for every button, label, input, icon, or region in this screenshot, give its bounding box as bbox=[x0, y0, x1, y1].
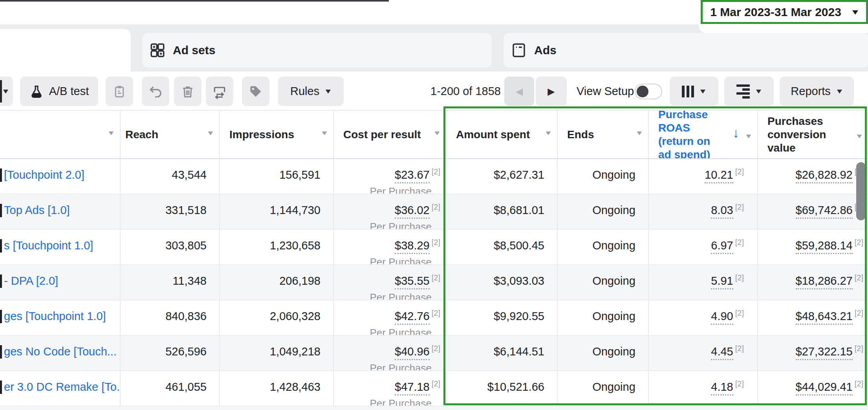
header-name[interactable]: ▼ bbox=[0, 111, 121, 158]
cost-note: Per Purchase bbox=[334, 185, 446, 194]
conversion-value[interactable]: $27,322.15 bbox=[796, 345, 853, 360]
chevron-down-icon[interactable]: ▼ bbox=[320, 130, 328, 137]
header-amount-spent[interactable]: Amount spent ▼ bbox=[447, 111, 558, 158]
roas-cell: 4.45[2] bbox=[649, 336, 758, 370]
roas-value[interactable]: 4.18 bbox=[711, 381, 733, 395]
breakdown-button[interactable]: ▼ bbox=[724, 77, 774, 106]
swap-arrows-icon bbox=[212, 84, 227, 99]
ad-sets-grid-icon bbox=[149, 42, 166, 59]
adset-name-link[interactable]: ges No Code [Touch... bbox=[4, 345, 117, 358]
chevron-down-icon[interactable]: ▼ bbox=[855, 130, 863, 143]
previous-page-button[interactable]: ◀ bbox=[504, 77, 534, 106]
clipped-dropdown-button[interactable]: ▼ bbox=[0, 77, 13, 106]
cost-note: Per Purchase bbox=[334, 221, 446, 229]
header-ends[interactable]: Ends ▼ bbox=[558, 111, 649, 158]
cost-value[interactable]: $40.96 bbox=[395, 345, 430, 360]
clipped-text-edge bbox=[0, 168, 2, 182]
tag-button[interactable] bbox=[242, 77, 269, 106]
tab-campaigns-active[interactable] bbox=[0, 29, 131, 71]
delete-button[interactable] bbox=[174, 77, 201, 106]
chevron-down-icon[interactable]: ▼ bbox=[744, 130, 753, 143]
cost-note: Per Purchase bbox=[334, 327, 446, 335]
footnote-ref: [2] bbox=[735, 273, 744, 282]
columns-button[interactable]: ▼ bbox=[670, 77, 718, 106]
conversion-value[interactable]: $69,742.86 bbox=[796, 204, 853, 219]
ends-cell: Ongoing bbox=[558, 230, 649, 264]
header-reach[interactable]: Reach ▼ bbox=[121, 111, 220, 158]
chevron-down-icon[interactable]: ▼ bbox=[544, 130, 552, 137]
ends-cell: Ongoing bbox=[558, 159, 649, 194]
clipped-text-edge bbox=[0, 239, 2, 253]
adset-name-link[interactable]: - DPA [2.0] bbox=[4, 275, 58, 287]
footnote-ref: [2] bbox=[855, 238, 863, 247]
undo-icon bbox=[148, 84, 163, 99]
tab-ads[interactable]: Ads bbox=[504, 33, 868, 68]
roas-cell: 4.90[2] bbox=[649, 300, 758, 335]
adset-name-link[interactable]: s [Touchpoint 1.0] bbox=[4, 239, 93, 252]
footnote-ref: [2] bbox=[432, 167, 440, 176]
cost-value[interactable]: $23.67 bbox=[395, 168, 430, 183]
chevron-down-icon: ▼ bbox=[324, 88, 333, 95]
chevron-down-icon[interactable]: ▼ bbox=[206, 130, 214, 137]
roas-value[interactable]: 8.03 bbox=[711, 204, 733, 219]
footnote-ref: [2] bbox=[735, 344, 744, 353]
roas-value[interactable]: 4.90 bbox=[711, 310, 733, 325]
toggle-knob bbox=[637, 86, 648, 97]
date-range-selector[interactable]: 1 Mar 2023-31 Mar 2023 ▼ bbox=[703, 1, 866, 23]
chevron-down-icon[interactable]: ▼ bbox=[433, 130, 441, 137]
chevron-down-icon[interactable]: ▼ bbox=[107, 130, 115, 137]
header-purchase-roas[interactable]: Purchase ROAS (return on ad spend) ↓ ▼ bbox=[649, 111, 758, 158]
table-row: ges [Touchpoint 1.0] 840,836 2,060,328 $… bbox=[0, 300, 868, 336]
partial-next-row bbox=[0, 406, 868, 410]
adset-name-link[interactable]: ges [Touchpoint 1.0] bbox=[4, 310, 106, 322]
edit-placement-button[interactable] bbox=[206, 77, 233, 106]
impressions-cell: 1,049,218 bbox=[220, 336, 334, 370]
arrow-left-icon: ◀ bbox=[516, 86, 523, 97]
cost-value[interactable]: $42.76 bbox=[395, 310, 430, 325]
cost-value[interactable]: $36.02 bbox=[395, 204, 430, 219]
footnote-ref: [2] bbox=[855, 309, 863, 317]
impressions-cell: 156,591 bbox=[220, 159, 334, 194]
header-impressions[interactable]: Impressions ▼ bbox=[220, 111, 334, 158]
conversion-value[interactable]: $18,286.27 bbox=[796, 275, 853, 289]
roas-value[interactable]: 4.45 bbox=[711, 345, 733, 360]
ends-cell: Ongoing bbox=[558, 265, 649, 300]
adset-name-link[interactable]: [Touchpoint 2.0] bbox=[4, 168, 84, 181]
rules-button[interactable]: Rules ▼ bbox=[278, 77, 344, 106]
adset-name-link[interactable]: er 3.0 DC Remake [To... bbox=[4, 381, 121, 393]
reach-cell: 11,348 bbox=[121, 265, 220, 300]
amount-spent-cell: $9,920.55 bbox=[447, 300, 558, 335]
vertical-scrollbar-thumb[interactable] bbox=[856, 162, 866, 220]
roas-value[interactable]: 5.91 bbox=[711, 275, 733, 289]
ab-test-button[interactable]: A/B test bbox=[20, 77, 98, 106]
conversion-value[interactable]: $48,643.21 bbox=[796, 310, 853, 325]
adset-name-link[interactable]: Top Ads [1.0] bbox=[4, 204, 70, 216]
undo-button[interactable] bbox=[142, 77, 169, 106]
clipped-text-edge bbox=[0, 275, 2, 288]
view-setup-toggle[interactable] bbox=[635, 84, 662, 99]
cost-value[interactable]: $38.29 bbox=[395, 239, 430, 254]
reports-button[interactable]: Reports ▼ bbox=[780, 77, 854, 106]
conversion-value[interactable]: $59,288.14 bbox=[796, 239, 853, 254]
amount-spent-cell: $2,627.31 bbox=[447, 159, 558, 194]
clipped-text-edge bbox=[0, 310, 2, 323]
clipped-text-edge bbox=[0, 204, 2, 217]
duplicate-button[interactable] bbox=[106, 77, 133, 106]
tab-ad-sets[interactable]: Ad sets bbox=[142, 33, 492, 68]
header-cost-per-result[interactable]: Cost per result ▼ bbox=[334, 111, 447, 158]
footnote-ref: [2] bbox=[855, 379, 863, 388]
impressions-cell: 206,198 bbox=[220, 265, 334, 300]
cost-value[interactable]: $35.55 bbox=[395, 275, 430, 289]
chevron-down-icon[interactable]: ▼ bbox=[635, 130, 643, 137]
roas-value[interactable]: 6.97 bbox=[711, 239, 733, 254]
table-header-row: ▼ Reach ▼ Impressions ▼ Cost per result … bbox=[0, 110, 868, 159]
header-purchases-conversion-value[interactable]: Purchases conversion value ▼ bbox=[758, 111, 868, 158]
impressions-cell: 1,428,463 bbox=[220, 371, 334, 406]
conversion-value[interactable]: $26,828.92 bbox=[796, 168, 853, 183]
cost-value[interactable]: $47.18 bbox=[395, 381, 430, 395]
conversion-value[interactable]: $44,029.41 bbox=[796, 381, 853, 395]
sort-descending-icon[interactable]: ↓ bbox=[732, 126, 739, 139]
arrow-right-icon: ▶ bbox=[548, 86, 555, 97]
roas-value[interactable]: 10.21 bbox=[705, 168, 733, 183]
next-page-button[interactable]: ▶ bbox=[536, 77, 567, 106]
